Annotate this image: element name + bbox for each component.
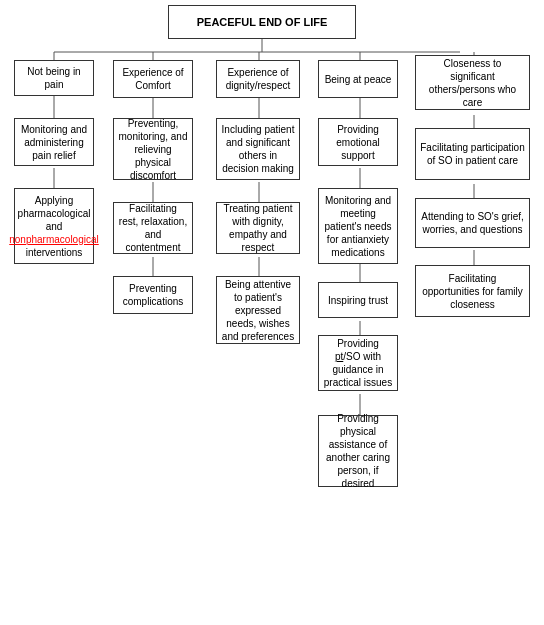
providing-g-box: Providing pt/SO with guidance in practic… (318, 335, 398, 391)
attentive-box: Being attentive to patient's expressed n… (216, 276, 300, 344)
facilitating-so-label: Facilitating participation of SO in pati… (420, 141, 525, 167)
preventing-m-box: Preventing, monitoring, and relieving ph… (113, 118, 193, 180)
monitoring-label: Monitoring and administering pain relief (19, 123, 89, 162)
facilitating-f-label: Facilitating opportunities for family cl… (420, 272, 525, 311)
notpain-label: Not being in pain (19, 65, 89, 91)
monitoring-m-label: Monitoring and meeting patient's needs f… (323, 194, 393, 259)
comfort-label: Experience of Comfort (118, 66, 188, 92)
monitoring-box: Monitoring and administering pain relief (14, 118, 94, 166)
applying-label: Applying pharmacological and nonpharmaco… (9, 194, 99, 259)
facilitating-r-label: Facilitating rest, relaxation, and conte… (118, 202, 188, 254)
facilitating-so-box: Facilitating participation of SO in pati… (415, 128, 530, 180)
root-box: PEACEFUL END OF LIFE (168, 5, 356, 39)
facilitating-f-box: Facilitating opportunities for family cl… (415, 265, 530, 317)
preventing-m-label: Preventing, monitoring, and relieving ph… (118, 117, 188, 182)
preventing-c-label: Preventing complications (118, 282, 188, 308)
peace-label: Being at peace (325, 73, 392, 86)
monitoring-m-box: Monitoring and meeting patient's needs f… (318, 188, 398, 264)
peace-box: Being at peace (318, 60, 398, 98)
preventing-c-box: Preventing complications (113, 276, 193, 314)
notpain-box: Not being in pain (14, 60, 94, 96)
root-label: PEACEFUL END OF LIFE (197, 15, 328, 29)
emotional-label: Providing emotional support (323, 123, 393, 162)
comfort-box: Experience of Comfort (113, 60, 193, 98)
emotional-box: Providing emotional support (318, 118, 398, 166)
providing-p-box: Providing physical assistance of another… (318, 415, 398, 487)
inspiring-label: Inspiring trust (328, 294, 388, 307)
treating-label: Treating patient with dignity, empathy a… (221, 202, 295, 254)
inspiring-box: Inspiring trust (318, 282, 398, 318)
facilitating-r-box: Facilitating rest, relaxation, and conte… (113, 202, 193, 254)
providing-p-label: Providing physical assistance of another… (323, 412, 393, 490)
attending-box: Attending to SO's grief, worries, and qu… (415, 198, 530, 248)
attentive-label: Being attentive to patient's expressed n… (221, 278, 295, 343)
closeness-box: Closeness to significant others/persons … (415, 55, 530, 110)
providing-g-label: Providing pt/SO with guidance in practic… (323, 337, 393, 389)
closeness-label: Closeness to significant others/persons … (420, 57, 525, 109)
diagram: PEACEFUL END OF LIFE Not being in pain E… (0, 0, 544, 625)
applying-box: Applying pharmacological and nonpharmaco… (14, 188, 94, 264)
dignity-box: Experience of dignity/respect (216, 60, 300, 98)
attending-label: Attending to SO's grief, worries, and qu… (420, 210, 525, 236)
including-label: Including patient and significant others… (221, 123, 295, 175)
dignity-label: Experience of dignity/respect (221, 66, 295, 92)
treating-box: Treating patient with dignity, empathy a… (216, 202, 300, 254)
including-box: Including patient and significant others… (216, 118, 300, 180)
